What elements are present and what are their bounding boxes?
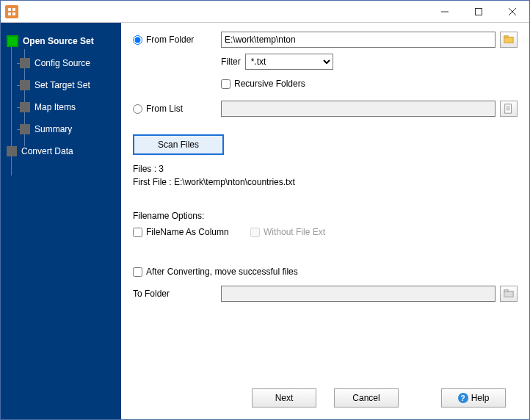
after-converting-input[interactable] — [133, 267, 142, 277]
minimize-button[interactable] — [428, 1, 462, 23]
svg-rect-2 — [8, 12, 11, 15]
sidebar-item-label: Open Source Set — [23, 36, 94, 46]
sidebar-item-map-items[interactable]: Map Items — [7, 96, 121, 118]
recursive-folders-label: Recursive Folders — [234, 79, 305, 89]
filename-options-label: Filename Options: — [133, 211, 518, 221]
sidebar-item-label: Config Source — [35, 58, 90, 68]
svg-rect-9 — [504, 36, 508, 38]
filter-select[interactable]: *.txt — [245, 54, 333, 70]
sidebar-item-set-target-set[interactable]: Set Target Set — [7, 74, 121, 96]
recursive-folders-input[interactable] — [221, 79, 230, 89]
from-folder-input[interactable] — [221, 32, 495, 48]
sidebar-item-label: Summary — [35, 124, 72, 134]
from-list-radio-input[interactable] — [133, 104, 142, 114]
filter-label: Filter — [221, 57, 241, 67]
sidebar-item-open-source-set[interactable]: Open Source Set — [7, 30, 121, 52]
step-icon — [7, 146, 17, 156]
from-folder-radio-input[interactable] — [133, 35, 142, 45]
help-label: Help — [471, 393, 490, 403]
svg-rect-10 — [505, 104, 512, 113]
help-button[interactable]: ? Help — [441, 388, 506, 408]
next-button[interactable]: Next — [252, 388, 316, 408]
svg-rect-3 — [12, 12, 15, 15]
help-icon: ? — [458, 393, 468, 403]
from-list-input — [221, 101, 495, 117]
app-icon — [5, 5, 18, 18]
app-window: Open Source Set Config Source Set Target… — [0, 0, 530, 420]
svg-rect-1 — [12, 8, 15, 11]
step-active-icon — [7, 35, 18, 47]
close-button[interactable] — [495, 1, 529, 23]
svg-rect-15 — [504, 290, 508, 292]
browse-to-folder-button[interactable] — [500, 286, 518, 302]
maximize-button[interactable] — [462, 1, 495, 23]
without-file-ext-input — [250, 228, 260, 237]
content-pane: From Folder Filter *.txt — [121, 23, 529, 419]
sidebar-item-summary[interactable]: Summary — [7, 118, 121, 140]
titlebar — [1, 1, 529, 23]
from-list-radio[interactable]: From List — [133, 104, 221, 114]
after-converting-checkbox[interactable]: After Converting, move successful files — [133, 267, 298, 277]
browse-folder-button[interactable] — [500, 32, 518, 48]
without-file-ext-label: Without File Ext — [264, 227, 325, 237]
sidebar: Open Source Set Config Source Set Target… — [1, 23, 121, 419]
sidebar-item-label: Map Items — [35, 102, 76, 112]
first-file-text: First File : E:\work\temp\nton\countries… — [133, 177, 518, 187]
filename-as-column-label: FileName As Column — [146, 227, 229, 237]
scan-files-button[interactable]: Scan Files — [133, 134, 224, 155]
without-file-ext-checkbox: Without File Ext — [250, 227, 325, 237]
to-folder-input — [221, 286, 495, 302]
sidebar-item-config-source[interactable]: Config Source — [7, 52, 121, 74]
from-list-label: From List — [146, 104, 183, 114]
cancel-button[interactable]: Cancel — [334, 388, 399, 408]
from-folder-radio[interactable]: From Folder — [133, 35, 221, 45]
recursive-folders-checkbox[interactable]: Recursive Folders — [221, 79, 305, 89]
to-folder-label: To Folder — [133, 289, 221, 299]
filename-as-column-checkbox[interactable]: FileName As Column — [133, 227, 250, 237]
step-icon — [20, 80, 30, 90]
step-icon — [20, 58, 30, 68]
from-folder-label: From Folder — [146, 35, 194, 45]
filename-as-column-input[interactable] — [133, 228, 142, 237]
button-bar: Next Cancel ? Help — [133, 384, 518, 412]
files-count-text: Files : 3 — [133, 164, 518, 174]
browse-list-button[interactable] — [500, 101, 518, 117]
sidebar-item-label: Convert Data — [21, 146, 73, 156]
svg-rect-5 — [476, 8, 482, 15]
sidebar-item-convert-data[interactable]: Convert Data — [7, 140, 121, 162]
after-converting-label: After Converting, move successful files — [146, 267, 298, 277]
sidebar-item-label: Set Target Set — [35, 80, 90, 90]
step-icon — [20, 124, 30, 134]
svg-rect-0 — [8, 8, 11, 11]
step-icon — [20, 102, 30, 112]
